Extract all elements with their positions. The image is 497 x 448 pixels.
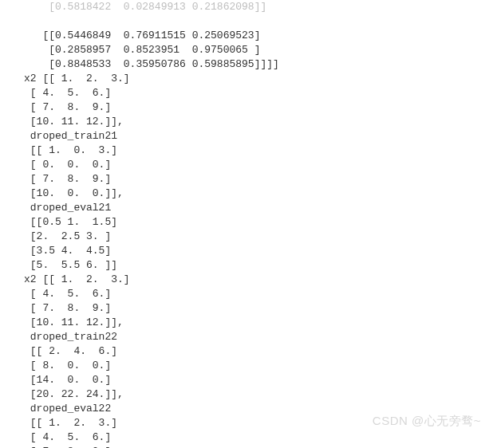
- code-line: [[ 1. 0. 3.]: [24, 144, 117, 156]
- code-line: droped_eval21: [24, 202, 111, 214]
- code-line: [10. 0. 0.]],: [24, 187, 124, 199]
- code-line: [20. 22. 24.]],: [24, 388, 124, 400]
- code-line: x2 [[ 1. 2. 3.]: [24, 273, 130, 285]
- code-line: [10. 11. 12.]],: [24, 316, 124, 328]
- code-line: [ 7. 8. 9.]: [24, 173, 111, 185]
- code-pre: [0.5818422 0.02849913 0.21862098]] [[0.5…: [24, 0, 497, 448]
- code-line: [[ 1. 2. 3.]: [24, 417, 117, 429]
- code-line: [ 8. 0. 0.]: [24, 360, 111, 371]
- code-line: droped_train22: [24, 331, 117, 343]
- code-line: [[0.5446849 0.76911515 0.25069523]: [24, 29, 260, 41]
- code-line: [0.2858957 0.8523951 0.9750065 ]: [24, 44, 260, 56]
- code-line: droped_eval22: [24, 403, 111, 415]
- code-line: [[0.5 1. 1.5]: [24, 216, 117, 228]
- code-line: [3.5 4. 4.5]: [24, 245, 111, 257]
- code-line: x2 [[ 1. 2. 3.]: [24, 73, 130, 84]
- code-line: [ 4. 5. 6.]: [24, 288, 111, 300]
- code-output-block: [0.5818422 0.02849913 0.21862098]] [[0.5…: [0, 0, 497, 448]
- code-line: [[ 2. 4. 6.]: [24, 345, 117, 357]
- code-line: [ 7. 8. 9.]: [24, 302, 111, 314]
- code-line: [ 0. 0. 0.]: [24, 159, 111, 171]
- code-line: [14. 0. 0.]: [24, 374, 111, 386]
- code-line: [ 4. 5. 6.]: [24, 431, 111, 443]
- code-line: [2. 2.5 3. ]: [24, 230, 111, 242]
- code-line: [0.5818422 0.02849913 0.21862098]]: [24, 1, 266, 13]
- code-line: [ 4. 5. 6.]: [24, 87, 111, 99]
- code-line: [10. 11. 12.]],: [24, 116, 124, 128]
- code-line: [5. 5.5 6. ]]: [24, 259, 117, 271]
- code-line: [0.8848533 0.35950786 0.59885895]]]]: [24, 58, 279, 70]
- code-line: droped_train21: [24, 130, 117, 142]
- code-line: [ 7. 8. 9.]: [24, 101, 111, 113]
